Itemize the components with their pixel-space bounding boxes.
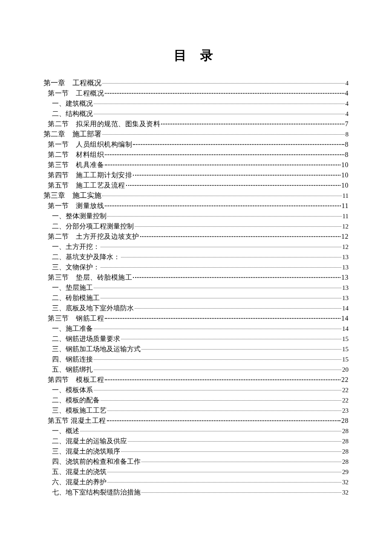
toc-label: 第二节 拟采用的规范、图集及资料 xyxy=(48,119,160,129)
toc-label: 一、施工准备 xyxy=(52,324,93,334)
toc-page-number: 15 xyxy=(342,344,349,354)
toc-leader-dots xyxy=(133,175,340,176)
toc-label: 第四节 施工工期计划安排 xyxy=(48,170,132,180)
toc-leader-dots xyxy=(107,482,341,483)
toc-entry: 一、模板体系 22 xyxy=(43,385,349,395)
toc-leader-dots xyxy=(94,390,341,390)
toc-page-number: 32 xyxy=(342,477,349,487)
toc-page-number: 20 xyxy=(342,365,349,375)
toc-page-number: 12 xyxy=(341,231,349,242)
toc-page-number: 28 xyxy=(342,436,349,446)
toc-label: 三、文物保护： xyxy=(52,262,100,272)
toc-label: 第一节 测量放线 xyxy=(48,201,104,211)
toc-label: 一、模板体系 xyxy=(52,385,93,395)
toc-entry: 第一章 工程概况4 xyxy=(43,78,349,88)
toc-page-number: 10 xyxy=(341,160,349,170)
toc-leader-dots xyxy=(105,93,344,94)
toc-entry: 第二节 拟采用的规范、图集及资料 7 xyxy=(43,119,349,129)
toc-leader-dots xyxy=(121,339,341,339)
toc-page-number: 23 xyxy=(342,406,349,416)
toc-leader-dots xyxy=(105,165,340,165)
toc-page-number: 10 xyxy=(341,170,349,180)
toc-page-number: 10 xyxy=(341,180,349,191)
toc-label: 第五节 施工工艺及流程 xyxy=(48,180,125,191)
toc-entry: 一、概述 28 xyxy=(43,426,349,436)
toc-leader-dots xyxy=(102,83,345,84)
toc-label: 一、建筑概况 xyxy=(52,98,93,109)
toc-entry: 一、垫层施工 13 xyxy=(43,283,349,293)
toc-entry: 二、分部分项工程测量控制 12 xyxy=(43,221,349,231)
toc-page-number: 32 xyxy=(342,488,349,497)
toc-label: 三、底板及地下室外墙防水 xyxy=(52,303,134,313)
toc-leader-dots xyxy=(102,196,342,196)
toc-label: 五、混凝土的浇筑 xyxy=(52,467,107,477)
toc-container: 第一章 工程概况4第一节 工程概况 4一、建筑概况 4二、结构概况 4第二节 拟… xyxy=(43,78,349,497)
toc-leader-dots xyxy=(102,134,345,135)
toc-label: 二、模板的配备 xyxy=(52,395,100,405)
toc-entry: 二、模板的配备 22 xyxy=(43,395,349,405)
toc-page-number: 8 xyxy=(345,150,349,160)
toc-page-number: 12 xyxy=(342,222,349,231)
toc-page-number: 13 xyxy=(342,283,349,293)
toc-leader-dots xyxy=(94,329,341,329)
toc-entry: 第二节 材料组织 8 xyxy=(43,150,349,160)
toc-page-number: 12 xyxy=(342,242,349,252)
toc-entry: 一、土方开挖： 12 xyxy=(43,242,349,252)
toc-entry: 三、钢筋加工场地及运输方式 15 xyxy=(43,344,349,354)
toc-label: 一、垫层施工 xyxy=(52,283,93,293)
toc-label: 三、钢筋加工场地及运输方式 xyxy=(52,344,141,354)
toc-page-number: 22 xyxy=(341,375,349,385)
toc-leader-dots xyxy=(105,318,340,319)
toc-entry: 三、文物保护： 13 xyxy=(43,262,349,272)
toc-leader-dots xyxy=(141,492,341,493)
toc-label: 第一节 工程概况 xyxy=(48,88,104,98)
toc-label: 第一章 工程概况 xyxy=(43,78,101,89)
toc-entry: 第五节 施工工艺及流程 10 xyxy=(43,180,349,191)
toc-entry: 一、整体测量控制 11 xyxy=(43,211,349,221)
toc-label: 五、钢筋绑扎 xyxy=(52,364,93,375)
toc-label: 二、基坑支护及降水： xyxy=(52,252,120,262)
toc-entry: 六、混凝土的养护 32 xyxy=(43,477,349,487)
toc-entry: 第一节 测量放线 11 xyxy=(43,201,349,211)
toc-page-number: 22 xyxy=(342,396,349,405)
toc-label: 二、结构概况 xyxy=(52,109,93,119)
toc-page-number: 15 xyxy=(342,334,349,344)
toc-leader-dots xyxy=(133,144,344,145)
toc-label: 第四节 模板工程 xyxy=(48,375,104,385)
toc-page-number: 13 xyxy=(342,252,349,262)
toc-leader-dots xyxy=(135,226,341,227)
toc-leader-dots xyxy=(94,370,341,370)
toc-page-number: 11 xyxy=(343,191,349,201)
toc-page-number: 14 xyxy=(342,324,349,334)
toc-leader-dots xyxy=(94,104,345,104)
toc-page-number: 29 xyxy=(342,467,349,477)
toc-leader-dots xyxy=(140,236,341,237)
toc-entry: 一、建筑概况 4 xyxy=(43,98,349,109)
toc-entry: 三、混凝土的浇筑顺序 28 xyxy=(43,446,349,457)
toc-leader-dots xyxy=(105,205,341,206)
toc-label: 三、混凝土的浇筑顺序 xyxy=(52,446,120,457)
toc-page-number: 4 xyxy=(346,99,349,109)
toc-label: 三、模板施工工艺 xyxy=(52,405,107,416)
toc-label: 第三章 施工实施 xyxy=(43,191,101,201)
toc-page-number: 11 xyxy=(343,211,349,221)
toc-entry: 五、钢筋绑扎 20 xyxy=(43,364,349,375)
toc-label: 第三节 垫层、砖胎模施工 xyxy=(48,272,132,283)
toc-label: 第二章 施工部署 xyxy=(43,129,101,140)
toc-leader-dots xyxy=(128,441,341,442)
toc-leader-dots xyxy=(141,462,341,462)
toc-page-number: 4 xyxy=(346,78,349,88)
toc-page-number: 13 xyxy=(341,272,349,283)
toc-leader-dots xyxy=(121,451,341,452)
toc-page-number: 28 xyxy=(342,457,349,467)
toc-entry: 一、施工准备 14 xyxy=(43,324,349,334)
toc-entry: 第一节 工程概况 4 xyxy=(43,88,349,98)
toc-page-number: 11 xyxy=(342,201,349,211)
toc-label: 七、地下室结构裂缝防治措施 xyxy=(52,487,141,497)
toc-page-number: 28 xyxy=(341,416,349,426)
toc-leader-dots xyxy=(126,185,341,186)
toc-page-number: 28 xyxy=(342,447,349,457)
toc-label: 第三节 钢筋工程 xyxy=(48,313,104,324)
toc-entry: 二、结构概况 4 xyxy=(43,109,349,119)
toc-leader-dots xyxy=(105,154,344,155)
